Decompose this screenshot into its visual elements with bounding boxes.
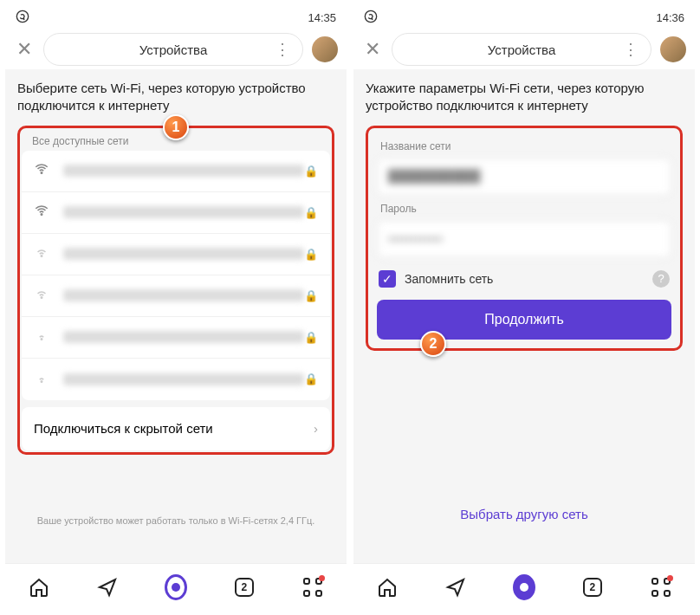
instruction-text: Выберите сеть Wi-Fi, через которую устро… — [17, 80, 334, 115]
close-icon[interactable]: ✕ — [14, 38, 35, 61]
network-name-blurred — [63, 289, 304, 301]
app-header: ✕ Устройства ⋮ — [5, 29, 347, 69]
svg-point-4 — [41, 297, 42, 299]
network-list: 🔒 🔒 🔒 🔒 — [22, 151, 330, 400]
svg-point-6 — [41, 380, 42, 382]
remember-label: Запомнить сеть — [405, 272, 652, 286]
nav-tabs-icon[interactable]: 2 — [581, 576, 604, 599]
screen-wifi-credentials: 14:36 ✕ Устройства ⋮ Укажите параметры W… — [353, 5, 695, 610]
callout-badge-1: 1 — [163, 114, 189, 140]
svg-point-7 — [365, 10, 376, 22]
page-title: Устройства — [139, 42, 207, 57]
network-row[interactable]: 🔒 — [22, 192, 330, 234]
lock-icon: 🔒 — [304, 289, 318, 302]
content: Укажите параметры Wi-Fi сети, через кото… — [353, 69, 695, 563]
network-row[interactable]: 🔒 — [22, 151, 330, 192]
kebab-icon[interactable]: ⋮ — [623, 40, 638, 59]
lock-icon: 🔒 — [304, 206, 318, 219]
status-bar: 14:36 — [353, 5, 695, 29]
svg-point-3 — [41, 256, 42, 257]
clock: 14:35 — [308, 11, 336, 24]
password-input[interactable] — [377, 220, 671, 258]
continue-button[interactable]: Продолжить — [377, 300, 671, 340]
nav-alice-icon[interactable] — [513, 576, 535, 599]
highlight-wifi-list: 1 Все доступные сети 🔒 🔒 🔒 — [17, 126, 334, 455]
clock: 14:36 — [656, 11, 684, 24]
nav-home-icon[interactable] — [28, 576, 50, 599]
wifi-icon — [34, 370, 51, 389]
lock-icon: 🔒 — [304, 248, 318, 261]
remember-row: ✓ Запомнить сеть ? — [379, 270, 670, 288]
lock-icon: 🔒 — [304, 165, 318, 178]
svg-point-5 — [41, 339, 42, 340]
content: Выберите сеть Wi-Fi, через которую устро… — [5, 69, 347, 563]
nav-send-icon[interactable] — [444, 576, 467, 599]
nav-home-icon[interactable] — [376, 576, 399, 599]
wifi-icon — [34, 286, 51, 305]
nav-grid-icon[interactable] — [301, 576, 324, 599]
whatsapp-icon — [364, 10, 378, 26]
app-header: ✕ Устройства ⋮ — [353, 29, 695, 69]
nav-grid-icon[interactable] — [650, 576, 672, 599]
password-label: Пароль — [380, 203, 671, 215]
network-name-blurred — [63, 206, 304, 218]
network-name-blurred — [63, 248, 304, 260]
footer-note: Ваше устройство может работать только в … — [17, 515, 334, 526]
wifi-icon — [34, 327, 51, 346]
bottom-nav: 2 — [5, 563, 347, 610]
kebab-icon[interactable]: ⋮ — [275, 40, 290, 59]
wifi-icon — [34, 161, 51, 180]
page-title-pill[interactable]: Устройства ⋮ — [392, 33, 651, 66]
hidden-network-label: Подключиться к скрытой сети — [34, 421, 213, 436]
wifi-icon — [34, 203, 51, 222]
svg-point-2 — [41, 214, 42, 216]
nav-tabs-icon[interactable]: 2 — [233, 576, 256, 599]
svg-point-1 — [41, 172, 42, 174]
lock-icon: 🔒 — [304, 331, 318, 344]
page-title: Устройства — [488, 42, 555, 57]
status-bar: 14:35 — [5, 5, 347, 29]
remember-checkbox[interactable]: ✓ — [379, 270, 396, 288]
whatsapp-icon — [16, 10, 29, 26]
svg-point-0 — [16, 10, 28, 22]
screen-wifi-select: 14:35 ✕ Устройства ⋮ Выберите сеть Wi-Fi… — [5, 5, 347, 610]
avatar[interactable] — [660, 36, 686, 62]
chevron-right-icon: › — [314, 421, 318, 436]
network-row[interactable]: 🔒 — [22, 317, 330, 359]
nav-send-icon[interactable] — [96, 576, 119, 599]
network-row[interactable]: 🔒 — [22, 275, 330, 317]
page-title-pill[interactable]: Устройства ⋮ — [43, 33, 303, 66]
select-other-network-link[interactable]: Выбрать другую сеть — [366, 507, 683, 521]
callout-badge-2: 2 — [420, 331, 446, 357]
instruction-text: Укажите параметры Wi-Fi сети, через кото… — [366, 80, 683, 115]
wifi-icon — [34, 244, 51, 263]
network-name-blurred — [63, 331, 304, 343]
network-row[interactable]: 🔒 — [22, 359, 330, 400]
lock-icon: 🔒 — [304, 372, 318, 385]
network-row[interactable]: 🔒 — [22, 234, 330, 275]
avatar[interactable] — [312, 36, 338, 62]
ssid-input[interactable] — [377, 158, 671, 196]
bottom-nav: 2 — [353, 563, 695, 610]
close-icon[interactable]: ✕ — [362, 38, 383, 61]
highlight-credentials-form: Название сети Пароль ✓ Запомнить сеть ? … — [366, 126, 683, 351]
nav-alice-icon[interactable] — [165, 576, 187, 599]
ssid-label: Название сети — [380, 140, 671, 152]
network-name-blurred — [63, 165, 304, 177]
help-icon[interactable]: ? — [652, 270, 670, 288]
network-name-blurred — [63, 373, 304, 385]
connect-hidden-network[interactable]: Подключиться к скрытой сети › — [22, 407, 330, 450]
